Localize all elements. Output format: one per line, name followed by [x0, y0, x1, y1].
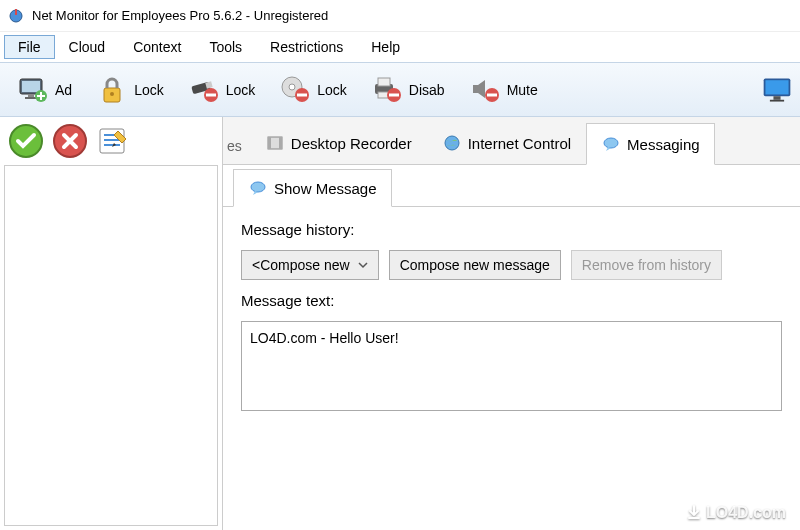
svg-rect-1 — [15, 9, 17, 15]
compose-dropdown-value: <Compose new — [252, 257, 350, 273]
menu-tools[interactable]: Tools — [195, 35, 256, 59]
globe-icon — [442, 133, 462, 153]
app-icon — [8, 8, 24, 24]
tab-partial-label: es — [223, 128, 250, 164]
svg-rect-36 — [279, 137, 282, 149]
main-tabs: es Desktop Recorder Internet Control Mes… — [223, 117, 800, 165]
message-history-buttons: <Compose new Compose new message Remove … — [241, 250, 782, 280]
reject-button[interactable] — [52, 123, 88, 159]
tab-internet-control[interactable]: Internet Control — [427, 122, 586, 164]
compose-new-label: Compose new message — [400, 257, 550, 273]
disc-block-icon — [279, 74, 311, 106]
menu-restrictions[interactable]: Restrictions — [256, 35, 357, 59]
main-toolbar: Ad Lock Lock Lock Disab Mute — [0, 62, 800, 117]
left-panel-toolbar — [0, 117, 222, 165]
monitor-add-icon — [17, 74, 49, 106]
tab-desktop-recorder-label: Desktop Recorder — [291, 135, 412, 152]
toolbar-usb-lock-button[interactable]: Lock — [177, 69, 267, 111]
svg-point-38 — [604, 138, 618, 148]
toolbar-mute-label: Mute — [507, 82, 538, 98]
tab-internet-control-label: Internet Control — [468, 135, 571, 152]
edit-list-button[interactable] — [96, 123, 132, 159]
svg-rect-21 — [389, 93, 399, 96]
accept-button[interactable] — [8, 123, 44, 159]
title-bar: Net Monitor for Employees Pro 5.6.2 - Un… — [0, 0, 800, 32]
monitor-icon — [761, 74, 793, 106]
compose-dropdown[interactable]: <Compose new — [241, 250, 379, 280]
speaker-mute-icon — [469, 74, 501, 106]
svg-rect-27 — [770, 99, 784, 101]
message-text-label: Message text: — [241, 292, 782, 309]
menu-bar: File Cloud Context Tools Restrictions He… — [0, 32, 800, 62]
toolbar-mute-button[interactable]: Mute — [458, 69, 549, 111]
svg-rect-3 — [22, 81, 40, 92]
left-panel — [0, 117, 223, 530]
subtab-show-message-label: Show Message — [274, 180, 377, 197]
toolbar-disable-print-button[interactable]: Disab — [360, 69, 456, 111]
messaging-subtabs: Show Message — [223, 165, 800, 207]
window-title: Net Monitor for Employees Pro 5.6.2 - Un… — [32, 8, 328, 23]
padlock-icon — [96, 74, 128, 106]
svg-rect-35 — [268, 137, 271, 149]
svg-rect-23 — [487, 93, 497, 96]
toolbar-add-label: Ad — [55, 82, 72, 98]
svg-point-8 — [110, 92, 114, 96]
chat-bubble-icon — [248, 178, 268, 198]
menu-context[interactable]: Context — [119, 35, 195, 59]
main-panel: es Desktop Recorder Internet Control Mes… — [223, 117, 800, 530]
menu-help[interactable]: Help — [357, 35, 414, 59]
toolbar-lock-button[interactable]: Lock — [85, 69, 175, 111]
message-history-label: Message history: — [241, 221, 782, 238]
toolbar-add-button[interactable]: Ad — [6, 69, 83, 111]
message-area: Message history: <Compose new Compose ne… — [223, 207, 800, 425]
svg-rect-4 — [28, 94, 34, 97]
svg-rect-26 — [773, 96, 780, 100]
compose-new-button[interactable]: Compose new message — [389, 250, 561, 280]
computer-tree[interactable] — [4, 165, 218, 526]
remove-history-label: Remove from history — [582, 257, 711, 273]
toolbar-disable-label: Disab — [409, 82, 445, 98]
menu-cloud[interactable]: Cloud — [55, 35, 120, 59]
svg-rect-16 — [297, 93, 307, 96]
svg-rect-25 — [765, 80, 788, 94]
chat-bubble-icon — [601, 134, 621, 154]
tab-messaging[interactable]: Messaging — [586, 123, 715, 165]
toolbar-usb-lock-label: Lock — [226, 82, 256, 98]
svg-rect-18 — [378, 78, 390, 86]
svg-point-14 — [289, 84, 295, 90]
chevron-down-icon — [358, 257, 368, 273]
remove-history-button: Remove from history — [571, 250, 722, 280]
toolbar-lock-label: Lock — [134, 82, 164, 98]
toolbar-cd-lock-label: Lock — [317, 82, 347, 98]
usb-block-icon — [188, 74, 220, 106]
message-text-input[interactable] — [241, 321, 782, 411]
svg-rect-12 — [206, 93, 216, 96]
tab-messaging-label: Messaging — [627, 136, 700, 153]
svg-point-37 — [445, 136, 459, 150]
toolbar-cd-lock-button[interactable]: Lock — [268, 69, 358, 111]
film-icon — [265, 133, 285, 153]
toolbar-monitor-button[interactable] — [750, 69, 794, 111]
menu-file[interactable]: File — [4, 35, 55, 59]
subtab-show-message[interactable]: Show Message — [233, 169, 392, 207]
printer-block-icon — [371, 74, 403, 106]
svg-point-39 — [251, 182, 265, 192]
tab-desktop-recorder[interactable]: Desktop Recorder — [250, 122, 427, 164]
